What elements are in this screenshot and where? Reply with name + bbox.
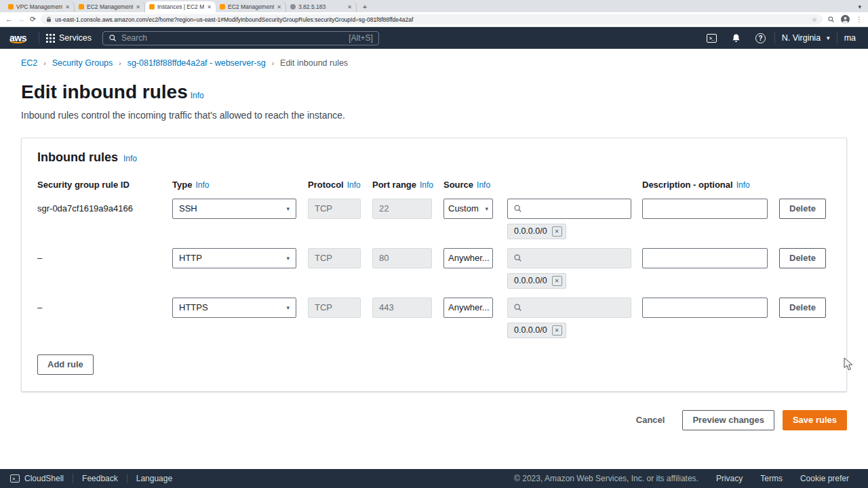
type-select[interactable]: SSH▾ (172, 199, 296, 219)
source-type-select[interactable]: Anywher...▾ (443, 298, 493, 318)
description-input[interactable] (642, 248, 768, 268)
description-input[interactable] (642, 298, 768, 318)
breadcrumb-separator: › (119, 60, 121, 67)
source-type-value: Custom (448, 203, 479, 214)
footer-privacy-link[interactable]: Privacy (707, 474, 751, 483)
new-tab-button[interactable]: + (359, 1, 370, 12)
col-header-description: Description - optionalInfo (642, 180, 779, 190)
type-select[interactable]: HTTPS▾ (172, 298, 296, 318)
source-type-select[interactable]: Anywher...▾ (443, 248, 493, 268)
tab-close-icon[interactable]: ✕ (347, 4, 352, 10)
type-info-link[interactable]: Info (195, 180, 209, 190)
cidr-tag: 0.0.0.0/0 ✕ (507, 224, 566, 239)
card-title-info-link[interactable]: Info (123, 154, 137, 163)
port-range-info-link[interactable]: Info (420, 180, 433, 190)
browser-tab[interactable]: Instances | EC2 Management C ✕ (145, 1, 216, 12)
inbound-rules-card: Inbound rulesInfo Security group rule ID… (21, 138, 847, 392)
type-select-value: HTTPS (179, 302, 208, 312)
tab-favicon (220, 4, 225, 9)
browser-tab[interactable]: EC2 Management Console ✕ (216, 1, 286, 12)
console-search-input[interactable]: Search [Alt+S] (102, 31, 379, 45)
breadcrumb-security-groups[interactable]: Security Groups (52, 58, 113, 68)
back-icon[interactable]: ← (5, 16, 13, 23)
source-type-select[interactable]: Custom▾ (443, 199, 493, 219)
tab-close-icon[interactable]: ✕ (136, 4, 140, 10)
browser-tab[interactable]: 3.82.5.183 ✕ (286, 1, 357, 12)
account-menu[interactable]: ma (839, 27, 861, 49)
tab-close-icon[interactable]: ✕ (277, 4, 281, 10)
notifications-button[interactable] (724, 27, 749, 49)
breadcrumb-ec2[interactable]: EC2 (21, 58, 37, 68)
services-menu[interactable]: Services (41, 27, 97, 49)
preview-changes-button[interactable]: Preview changes (682, 410, 774, 430)
tab-label: EC2 Management Console (228, 3, 274, 10)
search-icon (108, 34, 117, 42)
footer-language[interactable]: Language (127, 474, 181, 483)
protocol-input (308, 298, 361, 318)
browser-tab[interactable]: VPC Management Console ✕ (4, 1, 75, 12)
cidr-remove-icon[interactable]: ✕ (552, 226, 562, 237)
search-icon (513, 253, 522, 262)
description-input[interactable] (642, 199, 768, 219)
console-footer: >_ CloudShell Feedback Language © 2023, … (0, 469, 868, 488)
source-search-field[interactable] (507, 298, 631, 318)
cloudshell-button[interactable]: >_ (700, 27, 724, 49)
forward-icon[interactable]: → (18, 16, 25, 23)
cidr-remove-icon[interactable]: ✕ (552, 276, 562, 286)
region-label: N. Virginia (782, 33, 821, 43)
aws-logo[interactable]: aws (7, 33, 29, 43)
tab-close-icon[interactable]: ✕ (65, 4, 70, 10)
reload-icon[interactable]: ⟳ (30, 16, 36, 23)
source-search-field[interactable] (507, 248, 631, 268)
port-input (372, 199, 432, 219)
rule-id: sgr-0da7cf1619a9a4166 (37, 203, 172, 214)
type-select[interactable]: HTTP▾ (172, 248, 296, 268)
page-title: Edit inbound rulesInfo (21, 82, 847, 103)
source-type-value: Anywher... (448, 253, 490, 263)
protocol-info-link[interactable]: Info (347, 180, 361, 190)
protocol-input (308, 248, 361, 268)
search-shortcut: [Alt+S] (349, 33, 373, 43)
source-info-link[interactable]: Info (477, 180, 490, 190)
lock-icon (46, 16, 52, 22)
region-selector[interactable]: N. Virginia ▾ (776, 27, 835, 49)
chevron-down-icon: ▾ (827, 35, 830, 41)
footer-terms-link[interactable]: Terms (751, 474, 791, 483)
save-rules-button[interactable]: Save rules (783, 410, 847, 430)
protocol-input (308, 199, 361, 219)
cloudshell-icon: >_ (10, 474, 20, 483)
footer-cloudshell[interactable]: >_ CloudShell (10, 474, 73, 483)
url-text: us-east-1.console.aws.amazon.com/ec2/hom… (55, 16, 808, 23)
description-info-link[interactable]: Info (736, 180, 750, 190)
profile-avatar[interactable] (841, 15, 850, 24)
browser-tab[interactable]: EC2 Management Console ✕ (75, 1, 145, 12)
extensions-icon[interactable] (827, 16, 835, 23)
help-icon: ? (755, 33, 766, 43)
port-input (372, 298, 432, 318)
col-header-rule-id: Security group rule ID (37, 180, 172, 190)
cidr-tag: 0.0.0.0/0 ✕ (507, 273, 566, 289)
help-button[interactable]: ? (749, 27, 773, 49)
delete-rule-button[interactable]: Delete (779, 298, 826, 318)
cancel-button[interactable]: Cancel (627, 415, 675, 425)
tab-search-caret-icon[interactable]: ▾ (858, 3, 861, 10)
footer-cookie-link[interactable]: Cookie prefer (791, 474, 858, 483)
delete-rule-button[interactable]: Delete (779, 248, 826, 268)
page-title-info-link[interactable]: Info (191, 91, 204, 100)
tab-close-icon[interactable]: ✕ (207, 4, 212, 10)
url-bar[interactable]: us-east-1.console.aws.amazon.com/ec2/hom… (41, 14, 823, 24)
bookmark-star-icon[interactable]: ☆ (812, 16, 817, 23)
browser-tab-strip: VPC Management Console ✕ EC2 Management … (0, 0, 868, 12)
col-header-port-range: Port rangeInfo (372, 180, 443, 190)
breadcrumb-separator: › (43, 60, 45, 67)
browser-menu-icon[interactable]: ⋮ (856, 16, 863, 23)
cidr-remove-icon[interactable]: ✕ (552, 325, 562, 336)
breadcrumb: EC2 › Security Groups › sg-081f8f88ffde4… (21, 58, 847, 68)
breadcrumb-security-group-id[interactable]: sg-081f8f88ffde4a2af - webserver-sg (127, 58, 266, 68)
delete-rule-button[interactable]: Delete (779, 199, 826, 219)
footer-feedback[interactable]: Feedback (73, 474, 127, 483)
add-rule-button[interactable]: Add rule (37, 354, 94, 375)
rules-body: sgr-0da7cf1619a9a4166 SSH▾ Custom▾ Delet… (37, 199, 831, 338)
source-search-field[interactable] (507, 199, 631, 219)
rule-row: – HTTP▾ Anywher...▾ Delete 0.0.0.0/0 ✕ (37, 248, 831, 289)
